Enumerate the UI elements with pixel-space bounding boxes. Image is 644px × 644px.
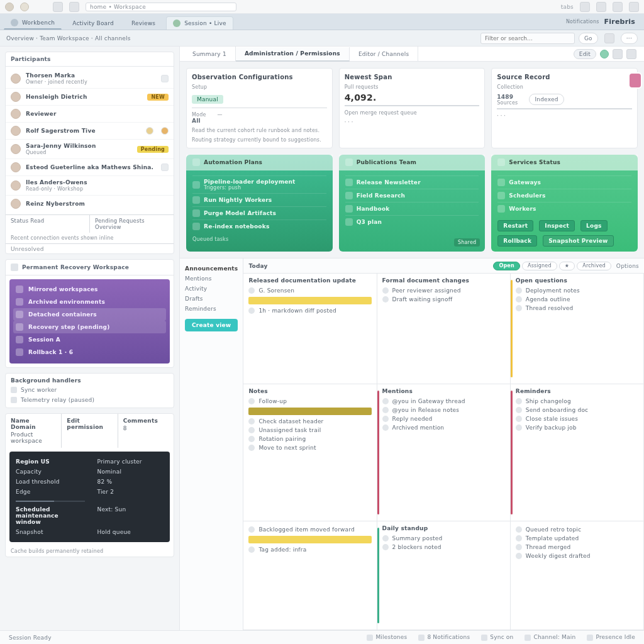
dot-icon [516, 287, 522, 294]
rollback-button[interactable]: Rollback [497, 235, 537, 247]
tab-label: Activity Board [72, 20, 114, 26]
mtab-admin[interactable]: Administration / Permissions [236, 47, 350, 62]
stripe [511, 280, 513, 377]
cell[interactable]: Backlogged item moved forward Tag added:… [243, 521, 377, 630]
bell-icon[interactable] [580, 2, 590, 12]
cell[interactable]: Released documentation update G. Sorense… [243, 274, 377, 384]
cell[interactable]: Queued retro topic Template updated Thre… [511, 521, 644, 630]
recovery-item[interactable]: Archived environments [13, 296, 166, 308]
profile-icon[interactable] [613, 2, 623, 12]
edit-pill[interactable]: Edit [574, 49, 596, 59]
menu-icon[interactable] [629, 2, 639, 12]
search-go-button[interactable]: Go [579, 33, 598, 44]
participant-row[interactable]: Rolf Sagerstrom Tive [6, 122, 174, 139]
more-menu[interactable]: ··· [621, 33, 638, 44]
cell-line: Tag added: infra [258, 547, 306, 553]
manual-chip[interactable]: Manual [192, 95, 223, 104]
lnav-item[interactable]: Activity [185, 284, 238, 294]
lnav-item[interactable]: Drafts [185, 294, 238, 304]
g-line[interactable]: Pipeline-loader deployment [204, 179, 296, 185]
lnav-item[interactable]: Mentions [185, 274, 238, 284]
g-line[interactable]: Schedulers [509, 192, 545, 199]
recovery-item[interactable]: Mirrored workspaces [13, 283, 166, 296]
recovery-label: Rollback 1 · 6 [28, 349, 73, 355]
lnav-item[interactable]: Announcements [185, 264, 238, 274]
logs-button[interactable]: Logs [580, 220, 608, 231]
footer-label: 8 Notifications [427, 634, 470, 640]
tab-icon [173, 19, 180, 27]
participant-row[interactable]: Sara-Jenny WilkinsonQueuedPending [6, 139, 174, 158]
nav-fwd-icon[interactable] [69, 2, 79, 12]
participant-row[interactable]: Esteod Gueterline aka Mathews Shina. [6, 158, 174, 175]
mtab-summary[interactable]: Summary 1 [184, 47, 236, 61]
tab-reviews[interactable]: Reviews [125, 16, 162, 30]
cell[interactable]: Open questions Deployment notes Agenda o… [511, 274, 644, 384]
handler-item[interactable]: Sync worker [11, 385, 169, 395]
card-note: · · · [497, 113, 632, 119]
more-icon[interactable] [626, 49, 636, 59]
handler-item[interactable]: Telemetry relay (paused) [11, 395, 169, 405]
recovery-item[interactable]: Session A [13, 333, 166, 346]
cell[interactable]: Notes Follow-up Check dataset header Una… [243, 384, 377, 521]
cell[interactable]: Formal document changes Peer reviewer as… [377, 274, 511, 384]
participant-row[interactable]: Reinz Nyberstrom [6, 195, 174, 212]
g-line[interactable]: Re-index notebooks [204, 223, 270, 230]
footer-item[interactable]: Channel: Main [525, 634, 575, 641]
share-icon[interactable] [613, 49, 623, 59]
divider [345, 105, 480, 106]
g-line[interactable]: Field Research [357, 192, 406, 199]
footer-item[interactable]: 8 Notifications [418, 634, 470, 641]
g-line[interactable]: Workers [509, 206, 536, 212]
cell[interactable]: Daily standup Summary posted 2 blockers … [377, 521, 511, 630]
extension-icon[interactable] [596, 2, 606, 12]
tab-activity[interactable]: Activity Board [65, 16, 121, 30]
gear-icon[interactable] [161, 75, 169, 82]
settings-icon[interactable] [161, 164, 169, 171]
g-line[interactable]: Handbook [357, 206, 390, 212]
dot-icon [382, 398, 389, 404]
lnav-item[interactable]: Reminders [185, 304, 238, 314]
options-label[interactable]: Options [616, 263, 639, 269]
nav-back-icon[interactable] [53, 2, 63, 12]
participant-row[interactable]: Hensleigh DietrichNEW [6, 88, 174, 105]
search-input[interactable] [480, 33, 575, 44]
recovery-item[interactable]: Detached containers [13, 308, 166, 321]
dot-icon [516, 305, 522, 311]
chip-archived[interactable]: Archived [577, 262, 611, 270]
footer-item[interactable]: Presence Idle [587, 634, 635, 641]
bookmark-icon[interactable] [630, 74, 641, 87]
create-view-button[interactable]: Create view [185, 319, 238, 331]
recovery-item[interactable]: Rollback 1 · 6 [13, 346, 166, 358]
chip-open[interactable]: Open [493, 262, 519, 270]
g-line[interactable]: Release Newsletter [357, 179, 421, 186]
participant-row[interactable]: Reviewer [6, 105, 174, 122]
chip-assigned[interactable]: Assigned [522, 262, 557, 270]
tab-workbench[interactable]: Workbench [4, 16, 62, 30]
restart-button[interactable]: Restart [497, 220, 533, 231]
cell-line: Backlogged item moved forward [258, 526, 355, 533]
participant-row[interactable]: Thorsen MarkaOwner · joined recently [6, 69, 174, 88]
g-line[interactable]: Gateways [509, 179, 541, 186]
footer-item[interactable]: Sync on [481, 634, 513, 641]
shared-tag: Shared [454, 238, 480, 247]
participant-sub: Queued [26, 150, 96, 155]
cell[interactable]: Mentions @you in Gateway thread @you in … [377, 384, 511, 521]
g-line[interactable]: Run Nightly Workers [204, 197, 272, 203]
address-bar[interactable]: home • Workspace [86, 3, 236, 11]
dot-icon [382, 544, 389, 550]
footer-item[interactable]: Milestones [367, 634, 407, 641]
participant-row[interactable]: Iles Anders-OwensRead-only · Workshop [6, 175, 174, 195]
tab-session[interactable]: Session • Live [166, 16, 233, 30]
g-line[interactable]: Q3 plan [357, 219, 382, 225]
gcard-title: Publications Team [357, 159, 416, 165]
snapshot-button[interactable]: Snapshot Preview [543, 235, 614, 247]
mtab-editor[interactable]: Editor / Channels [350, 47, 418, 61]
recovery-item[interactable]: Recovery step (pending) [13, 321, 166, 333]
layout-icon[interactable] [604, 33, 614, 43]
g-line[interactable]: Purge Model Artifacts [204, 210, 276, 216]
inspect-button[interactable]: Inspect [539, 220, 575, 231]
pending-badge: Pending [137, 146, 169, 153]
bullet-icon [16, 336, 23, 343]
chip-star[interactable]: ★ [559, 262, 575, 270]
cell[interactable]: Reminders Ship changelog Send onboarding… [511, 384, 644, 521]
